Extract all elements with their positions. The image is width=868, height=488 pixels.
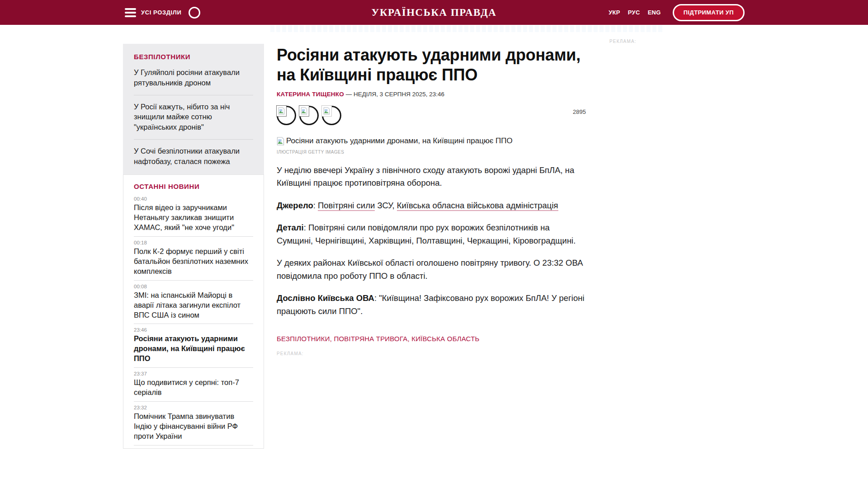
source-paragraph: Джерело: Повітряні сили ЗСУ, Київська об… bbox=[277, 199, 586, 212]
article-title: Росіяни атакують ударними дронами, на Ки… bbox=[277, 45, 586, 85]
ad-label-bottom: РЕКЛАМА: bbox=[277, 351, 586, 356]
tag-label: КИЇВСЬКА ОБЛАСТЬ bbox=[411, 335, 479, 343]
article-main-column: Росіяни атакують ударними дронами, на Ки… bbox=[277, 40, 586, 356]
topic-block-title[interactable]: БЕЗПІЛОТНИКИ bbox=[134, 53, 253, 61]
share-button-3[interactable] bbox=[322, 106, 341, 125]
image-alt-text: Росіяни атакують ударними дронами, на Ки… bbox=[286, 136, 513, 146]
news-item-time: 23:32 bbox=[134, 405, 253, 410]
paragraph-lead: Джерело bbox=[277, 201, 313, 210]
ad-placeholder-strip bbox=[270, 25, 664, 32]
topic-list-item[interactable]: У Сочі безпілотники атакували нафтобазу,… bbox=[134, 139, 253, 167]
news-item-text: Росіяни атакують ударними дронами, на Ки… bbox=[134, 334, 253, 364]
topic-item-text: У Сочі безпілотники атакували нафтобазу,… bbox=[134, 147, 240, 165]
news-list-item[interactable]: 00:40 Після відео із заручниками Нетанья… bbox=[134, 193, 253, 236]
share-row: 2895 bbox=[277, 106, 586, 125]
news-list-item[interactable]: 23:32 Помічник Трампа звинуватив Індію у… bbox=[134, 401, 253, 445]
tag-label: ПОВІТРЯНА ТРИВОГА bbox=[334, 335, 408, 343]
news-list-item[interactable]: 00:08 ЗМІ: на іспанській Майорці в аварі… bbox=[134, 280, 253, 324]
tag-link[interactable]: ПОВІТРЯНА ТРИВОГА bbox=[334, 335, 412, 343]
news-item-text: Що подивитися у серпні: топ-7 серіалів bbox=[134, 378, 253, 398]
broken-image-icon bbox=[276, 105, 287, 117]
language-link[interactable]: РУС bbox=[628, 9, 640, 16]
paragraph-text: У деяких районах Київської області оголо… bbox=[277, 258, 583, 280]
details-paragraph: Деталі: Повітряні сили повідомляли про р… bbox=[277, 221, 586, 247]
site-header: УСІ РОЗДІЛИ УКРАЇНСЬКА ПРАВДА УКРРУСENG … bbox=[0, 0, 868, 25]
language-label: ENG bbox=[648, 9, 661, 16]
paragraph-lead: Деталі bbox=[277, 223, 304, 232]
source-link-air-force[interactable]: Повітряні сили bbox=[318, 201, 375, 211]
source-link-kyiv-ova[interactable]: Київська обласна військова адміністрація bbox=[397, 201, 558, 211]
news-list-item[interactable]: 23:46 Росіяни атакують ударними дронами,… bbox=[134, 324, 253, 367]
news-item-text: Полк К-2 формує перший у світі батальйон… bbox=[134, 247, 253, 277]
paragraph-lead: Дослівно Київська ОВА bbox=[277, 293, 374, 303]
latest-news-title[interactable]: ОСТАННІ НОВИНИ bbox=[134, 183, 253, 190]
language-switcher: УКРРУСENG bbox=[609, 9, 661, 16]
language-link[interactable]: ENG bbox=[648, 9, 661, 16]
article-date: НЕДІЛЯ, 3 СЕРПНЯ 2025, 23:46 bbox=[354, 91, 444, 98]
view-count: 2895 bbox=[573, 108, 586, 115]
image-caption: ІЛЮСТРАЦІЯ GETTY IMAGES bbox=[277, 150, 586, 155]
tag-link[interactable]: КИЇВСЬКА ОБЛАСТЬ bbox=[411, 335, 479, 343]
paragraph-text: ЗСУ, bbox=[375, 201, 396, 210]
topic-list-item[interactable]: У Росії кажуть, нібито за ніч знищили ма… bbox=[134, 95, 253, 132]
sidebar-topic-block: БЕЗПІЛОТНИКИ У Гуляйполі росіяни атакува… bbox=[123, 44, 264, 177]
latest-news-list: 00:40 Після відео із заручниками Нетанья… bbox=[134, 193, 253, 449]
ad-label-top: РЕКЛАМА: bbox=[609, 39, 637, 44]
news-list-item[interactable]: 00:18 Полк К-2 формує перший у світі бат… bbox=[134, 236, 253, 280]
author-link[interactable]: КАТЕРИНА ТИЩЕНКО bbox=[277, 91, 344, 98]
topic-item-text: У Росії кажуть, нібито за ніч знищили ма… bbox=[134, 103, 230, 131]
language-link[interactable]: УКР bbox=[609, 9, 620, 16]
tag-link[interactable]: БЕЗПІЛОТНИКИ bbox=[277, 335, 334, 343]
article-figure: Росіяни атакують ударними дронами, на Ки… bbox=[277, 136, 586, 155]
topic-list-item[interactable]: У Гуляйполі росіяни атакували рятувальни… bbox=[134, 67, 253, 88]
language-label: РУС bbox=[628, 9, 640, 16]
news-item-time: 00:40 bbox=[134, 196, 253, 202]
article-lead-paragraph: У неділю ввечері Україну з північного сх… bbox=[277, 164, 586, 190]
quote-paragraph: Дослівно Київська ОВА: "Київщина! Зафікс… bbox=[277, 292, 586, 318]
news-list-item[interactable]: 23:13 ЗМІ: Британія евакуює до себе на л… bbox=[134, 445, 253, 449]
broken-article-image: Росіяни атакують ударними дронами, на Ки… bbox=[277, 136, 586, 146]
topic-list: У Гуляйполі росіяни атакували рятувальни… bbox=[134, 67, 253, 166]
news-item-text: Після відео із заручниками Нетаньягу зак… bbox=[134, 203, 253, 233]
tag-label: БЕЗПІЛОТНИКИ bbox=[277, 335, 330, 343]
broken-image-icon bbox=[321, 105, 332, 117]
article-tags: БЕЗПІЛОТНИКИПОВІТРЯНА ТРИВОГАКИЇВСЬКА ОБ… bbox=[277, 335, 586, 343]
byline-dash: — bbox=[344, 91, 354, 98]
topic-item-text: У Гуляйполі росіяни атакували рятувальни… bbox=[134, 68, 240, 87]
news-item-text: Помічник Трампа звинуватив Індію у фінан… bbox=[134, 412, 253, 441]
news-item-text: ЗМІ: на іспанській Майорці в аварії літа… bbox=[134, 291, 253, 320]
news-item-time: 00:08 bbox=[134, 284, 253, 289]
broken-image-icon bbox=[277, 137, 284, 145]
broken-image-icon bbox=[299, 105, 309, 117]
paragraph-text: У неділю ввечері Україну з північного сх… bbox=[277, 165, 574, 188]
share-button-1[interactable] bbox=[277, 106, 296, 125]
header-right-group: УКРРУСENG ПІДТРИМАТИ УП bbox=[609, 0, 745, 25]
language-label: УКР bbox=[609, 9, 620, 16]
sidebar-latest-news-block: ОСТАННІ НОВИНИ 00:40 Після відео із зару… bbox=[123, 174, 264, 449]
alert-paragraph: У деяких районах Київської області оголо… bbox=[277, 257, 586, 282]
article-byline: КАТЕРИНА ТИЩЕНКО — НЕДІЛЯ, 3 СЕРПНЯ 2025… bbox=[277, 91, 586, 98]
news-item-time: 23:37 bbox=[134, 371, 253, 376]
news-list-item[interactable]: 23:37 Що подивитися у серпні: топ-7 сері… bbox=[134, 367, 253, 401]
news-item-time: 23:46 bbox=[134, 327, 253, 333]
share-button-2[interactable] bbox=[299, 106, 319, 125]
news-item-time: 00:18 bbox=[134, 240, 253, 245]
support-up-button[interactable]: ПІДТРИМАТИ УП bbox=[673, 4, 745, 21]
paragraph-text: : Повітряні сили повідомляли про рух вор… bbox=[277, 223, 576, 245]
paragraph-text: : bbox=[313, 201, 318, 210]
